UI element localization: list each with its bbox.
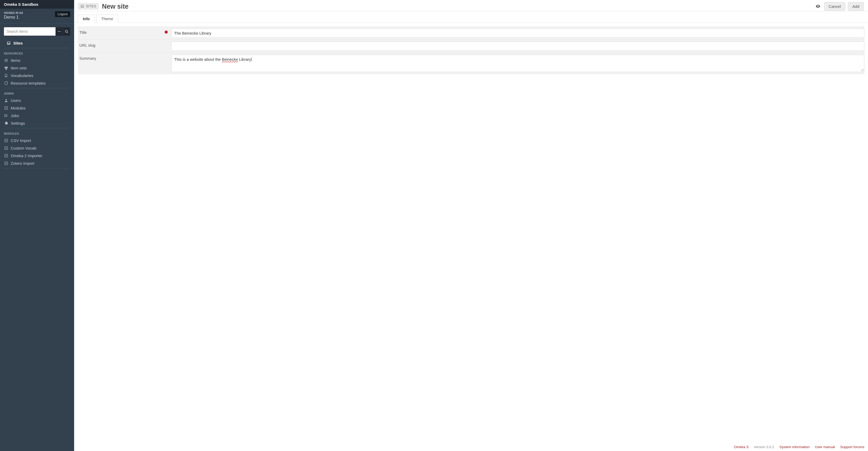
nav-section-title: ADMIN [0,89,74,97]
svg-rect-6 [7,44,10,44]
sidebar-item-label: Modules [11,106,26,110]
main: SITES New site Cancel Add InfoTheme Titl… [74,0,868,451]
page-title: New site [102,3,128,10]
sidebar-header: Omeka S Sandbox [0,0,74,9]
search-options-button[interactable] [56,27,63,36]
sidebar-item-label: Omeka 2 Importer [11,154,42,158]
sidebar-item-label: Settings [11,121,25,125]
sidebar-item-settings[interactable]: Settings [0,120,74,127]
sidebar-item-custom-vocab[interactable]: Custom Vocab [0,144,74,152]
slug-input[interactable] [171,42,864,51]
svg-point-14 [4,116,5,116]
sidebar-item-vocabularies[interactable]: Vocabularies [0,72,74,79]
cancel-button[interactable]: Cancel [824,2,845,11]
note-icon [4,81,8,85]
cubes-icon [4,66,8,70]
page-header: SITES New site Cancel Add [74,0,868,11]
search-input[interactable] [4,27,56,36]
laptop-icon [6,41,11,45]
laptop-icon [81,4,84,8]
sidebar-item-zotero-import[interactable]: Zotero Import [0,160,74,167]
breadcrumb-label: SITES [86,4,96,8]
sidebar-item-users[interactable]: Users [0,97,74,104]
plus-square-icon [4,146,8,150]
add-button[interactable]: Add [848,2,864,11]
tab-info[interactable]: Info [78,15,95,23]
sidebar-item-label: CSV Import [11,138,31,143]
field-label: Summary [80,56,96,61]
nav-section-title: RESOURCES [0,49,74,57]
field-title: Title ✱ [78,27,864,40]
footer-link[interactable]: User manual [815,445,835,449]
plus-square-icon [4,154,8,158]
search-row [4,27,70,36]
required-icon: ✱ [164,30,168,35]
sidebar-item-label: Zotero Import [11,161,34,165]
user-block: SIGNED IN AS Demo 1 Logout [0,9,74,24]
sidebar-item-resource-templates[interactable]: Resource templates [0,79,74,87]
summary-input[interactable]: This is a website about the Beinecke Lib… [171,55,864,72]
tab-theme[interactable]: Theme [96,15,118,23]
eye-icon [815,4,820,9]
breadcrumb[interactable]: SITES [78,3,99,10]
visibility-button[interactable] [814,3,822,10]
ellipsis-icon [57,30,61,33]
search-icon [65,30,69,34]
svg-point-13 [4,115,5,115]
search-submit-button[interactable] [63,27,70,36]
svg-point-8 [5,99,7,101]
svg-rect-5 [7,42,10,43]
nav-section-title: MODULES [0,129,74,137]
sidebar-item-label: Custom Vocab [11,146,36,150]
plus-square-icon [4,106,8,110]
plus-square-icon [4,138,8,142]
svg-point-1 [59,31,59,32]
resize-handle-icon[interactable] [861,69,864,71]
footer-link[interactable]: Support forums [840,445,864,449]
sidebar-item-label: Item sets [11,66,27,70]
sidebar-item-csv-import[interactable]: CSV Import [0,137,74,144]
sidebar-item-label: Resource templates [11,81,45,85]
svg-point-2 [60,31,61,32]
sidebar-item-label: Users [11,98,21,103]
sidebar-item-modules[interactable]: Modules [0,104,74,112]
sidebar-item-sites[interactable]: Sites [0,39,74,47]
sidebar-item-jobs[interactable]: Jobs [0,112,74,120]
svg-line-4 [67,32,68,33]
svg-point-0 [58,31,58,32]
sidebar: Omeka S Sandbox SIGNED IN AS Demo 1 Logo… [0,0,74,451]
sidebar-item-label: Vocabularies [11,73,33,78]
field-summary: Summary This is a website about the Bein… [78,53,864,74]
svg-point-22 [817,6,818,7]
logout-button[interactable]: Logout [55,11,70,17]
sidebar-item-label: Sites [13,41,23,45]
footer: Omeka S version 3.0.2 System information… [730,443,868,451]
footer-version: version 3.0.2 [754,445,774,449]
footer-link[interactable]: System information [779,445,810,449]
cube-icon [4,58,8,62]
field-slug: URL slug [78,39,864,53]
list-icon [4,114,8,118]
footer-omeka-link[interactable]: Omeka S [734,445,749,449]
svg-rect-21 [81,7,84,7]
sidebar-item-label: Jobs [11,114,19,118]
book-icon [4,74,8,77]
sidebar-item-label: Items [11,58,21,63]
user-name[interactable]: Demo 1 [4,15,23,20]
field-label: Title [80,30,87,35]
sidebar-item-omeka2-importer[interactable]: Omeka 2 Importer [0,152,74,160]
cogs-icon [4,121,8,125]
svg-point-3 [65,30,67,32]
plus-square-icon [4,161,8,165]
svg-point-15 [4,116,5,117]
form: Title ✱ URL slug Summary This is a websi [74,23,868,78]
svg-rect-20 [81,5,83,6]
tabs: InfoTheme [74,11,868,23]
sidebar-item-item-sets[interactable]: Item sets [0,64,74,72]
user-icon [4,98,8,102]
brand[interactable]: Omeka S Sandbox [4,2,38,6]
signed-in-label: SIGNED IN AS [4,11,23,14]
sidebar-item-items[interactable]: Items [0,57,74,64]
title-input[interactable] [171,29,864,38]
field-label: URL slug [80,43,95,47]
